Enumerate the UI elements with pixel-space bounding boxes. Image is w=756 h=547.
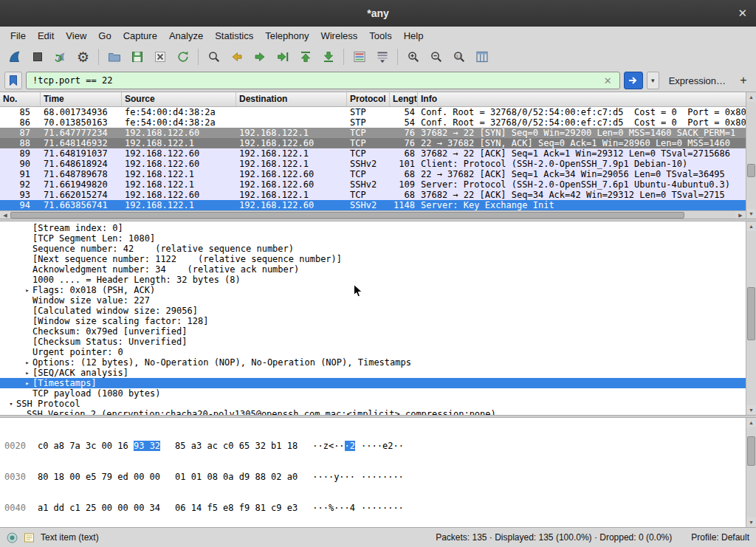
detail-line-timestamps-selected[interactable]: ▸[Timestamps]: [0, 378, 746, 388]
hscroll-thumb[interactable]: [10, 212, 684, 219]
start-capture-button[interactable]: [3, 47, 26, 67]
stop-capture-button[interactable]: [26, 47, 49, 67]
scroll-right-arrow[interactable]: ▶: [735, 211, 746, 219]
hex-row[interactable]: 0020c0 a8 7a 3c 00 16 93 3285 a3 ac c0 6…: [4, 441, 746, 451]
expression-button[interactable]: Expression…: [663, 75, 732, 86]
zoom-in-button[interactable]: [402, 47, 425, 67]
expert-info-icon[interactable]: [7, 532, 18, 543]
packet-row-92[interactable]: 9271.661949820192.168.122.1192.168.122.6…: [0, 179, 746, 190]
menu-tools[interactable]: Tools: [363, 29, 397, 43]
restart-capture-button[interactable]: [49, 47, 72, 67]
find-packet-button[interactable]: [202, 47, 225, 67]
menu-statistics[interactable]: Statistics: [209, 29, 259, 43]
packet-list-hscrollbar[interactable]: ◀ ▶: [0, 210, 746, 219]
filter-bookmarks-button[interactable]: [4, 72, 22, 89]
menu-telephony[interactable]: Telephony: [259, 29, 315, 43]
column-header-no[interactable]: No.: [0, 92, 41, 106]
detail-line-seq-ack[interactable]: ▸[SEQ/ACK analysis]: [0, 368, 746, 378]
resize-columns-button[interactable]: [470, 47, 493, 67]
detail-line[interactable]: 1000 .... = Header Length: 32 bytes (8): [0, 275, 746, 285]
display-filter-input[interactable]: [32, 75, 600, 86]
detail-line[interactable]: Window size value: 227: [0, 295, 746, 306]
scroll-up-arrow[interactable]: ▲: [746, 221, 756, 231]
menu-edit[interactable]: Edit: [32, 29, 60, 43]
scroll-down-arrow[interactable]: ▼: [746, 405, 756, 415]
scroll-left-arrow[interactable]: ◀: [0, 211, 10, 219]
menu-view[interactable]: View: [60, 29, 92, 43]
column-header-length[interactable]: Length: [390, 92, 418, 106]
detail-line[interactable]: Checksum: 0x79ed [unverified]: [0, 326, 746, 337]
column-header-info[interactable]: Info: [418, 92, 746, 106]
packet-row-87[interactable]: 8771.647777234192.168.122.60192.168.122.…: [0, 128, 746, 138]
packet-row-86[interactable]: 8670.013850163fe:54:00:d4:38:2aSTP54Conf…: [0, 117, 746, 128]
bytes-vscrollbar[interactable]: ▲ ▼: [746, 418, 756, 527]
detail-line-ssh-version[interactable]: SSH Version 2 (encryption:chacha20-poly1…: [0, 409, 746, 415]
detail-line[interactable]: [TCP Segment Len: 1080]: [0, 233, 746, 244]
detail-line[interactable]: [Calculated window size: 29056]: [0, 306, 746, 316]
go-forward-button[interactable]: [248, 47, 271, 67]
column-header-source[interactable]: Source: [122, 92, 236, 106]
detail-line[interactable]: Urgent pointer: 0: [0, 347, 746, 357]
detail-line[interactable]: Acknowledgment number: 34 (relative ack …: [0, 264, 746, 275]
detail-line-flags[interactable]: ▸Flags: 0x018 (PSH, ACK): [0, 285, 746, 295]
go-last-packet-button[interactable]: [317, 47, 340, 67]
menu-capture[interactable]: Capture: [117, 29, 163, 43]
detail-line[interactable]: [Window size scaling factor: 128]: [0, 316, 746, 326]
go-to-packet-button[interactable]: [271, 47, 294, 67]
detail-line-tcp-payload[interactable]: TCP payload (1080 bytes): [0, 388, 746, 399]
close-file-button[interactable]: [148, 47, 171, 67]
vscroll-track[interactable]: [746, 427, 756, 517]
detail-line[interactable]: [Checksum Status: Unverified]: [0, 337, 746, 347]
packet-row-93[interactable]: 9371.662015274192.168.122.60192.168.122.…: [0, 190, 746, 200]
packet-row-94-selected[interactable]: 9471.663856741192.168.122.1192.168.122.6…: [0, 200, 746, 210]
auto-scroll-button[interactable]: [371, 47, 394, 67]
zoom-out-button[interactable]: [425, 47, 447, 67]
menu-go[interactable]: Go: [92, 29, 117, 43]
menu-wireless[interactable]: Wireless: [315, 29, 363, 43]
packet-row-85[interactable]: 8568.001734936fe:54:00:d4:38:2aSTP54Conf…: [0, 107, 746, 117]
scroll-down-arrow[interactable]: ▼: [746, 209, 756, 219]
detail-line-options[interactable]: ▸Options: (12 bytes), No-Operation (NOP)…: [0, 357, 746, 368]
detail-line[interactable]: [Next sequence number: 1122 (relative se…: [0, 254, 746, 264]
packet-row-91[interactable]: 9171.648789678192.168.122.1192.168.122.6…: [0, 169, 746, 179]
menu-analyze[interactable]: Analyze: [163, 29, 209, 43]
go-back-button[interactable]: [225, 47, 248, 67]
capture-comment-icon[interactable]: [24, 532, 35, 543]
packet-row-89[interactable]: 8971.648191037192.168.122.60192.168.122.…: [0, 148, 746, 159]
filter-dropdown-button[interactable]: ▾: [647, 72, 659, 89]
add-filter-button[interactable]: +: [735, 72, 752, 89]
reload-file-button[interactable]: [171, 47, 194, 67]
save-file-button[interactable]: [126, 47, 148, 67]
vscroll-thumb[interactable]: [747, 164, 755, 177]
capture-options-button[interactable]: ⚙: [72, 47, 94, 67]
filter-apply-button[interactable]: [624, 72, 643, 89]
hscroll-track[interactable]: [10, 211, 735, 219]
column-header-destination[interactable]: Destination: [236, 92, 347, 106]
filter-clear-button[interactable]: ✕: [600, 75, 616, 86]
vscroll-track[interactable]: [746, 102, 756, 209]
menu-file[interactable]: File: [4, 29, 32, 43]
scroll-up-arrow[interactable]: ▲: [746, 92, 756, 102]
scroll-up-arrow[interactable]: ▲: [746, 418, 756, 427]
detail-line[interactable]: Sequence number: 42 (relative sequence n…: [0, 244, 746, 254]
detail-line-ssh-protocol[interactable]: ▾SSH Protocol: [0, 399, 746, 409]
detail-line[interactable]: [Stream index: 0]: [0, 223, 746, 233]
vscroll-thumb[interactable]: [747, 436, 755, 466]
packet-row-90[interactable]: 9071.648618924192.168.122.60192.168.122.…: [0, 159, 746, 169]
hex-row[interactable]: 0040a1 dd c1 25 00 00 00 3406 14 f5 e8 f…: [4, 503, 746, 513]
vscroll-track[interactable]: [746, 231, 756, 405]
details-vscrollbar[interactable]: ▲ ▼: [746, 221, 756, 415]
go-first-packet-button[interactable]: [294, 47, 317, 67]
scroll-down-arrow[interactable]: ▼: [746, 517, 756, 527]
vscroll-thumb[interactable]: [747, 287, 755, 340]
packet-row-88[interactable]: 8871.648146932192.168.122.1192.168.122.6…: [0, 138, 746, 148]
column-header-protocol[interactable]: Protocol: [347, 92, 390, 106]
column-header-time[interactable]: Time: [41, 92, 122, 106]
packet-list-vscrollbar[interactable]: ▲ ▼: [746, 92, 756, 219]
profile-button[interactable]: Profile: Default: [691, 532, 749, 543]
hex-row[interactable]: 003080 18 00 e5 79 ed 00 0001 01 08 0a d…: [4, 472, 746, 482]
colorize-button[interactable]: [348, 47, 371, 67]
menu-help[interactable]: Help: [398, 29, 430, 43]
zoom-original-button[interactable]: 1:1: [447, 47, 470, 67]
open-file-button[interactable]: [103, 47, 126, 67]
